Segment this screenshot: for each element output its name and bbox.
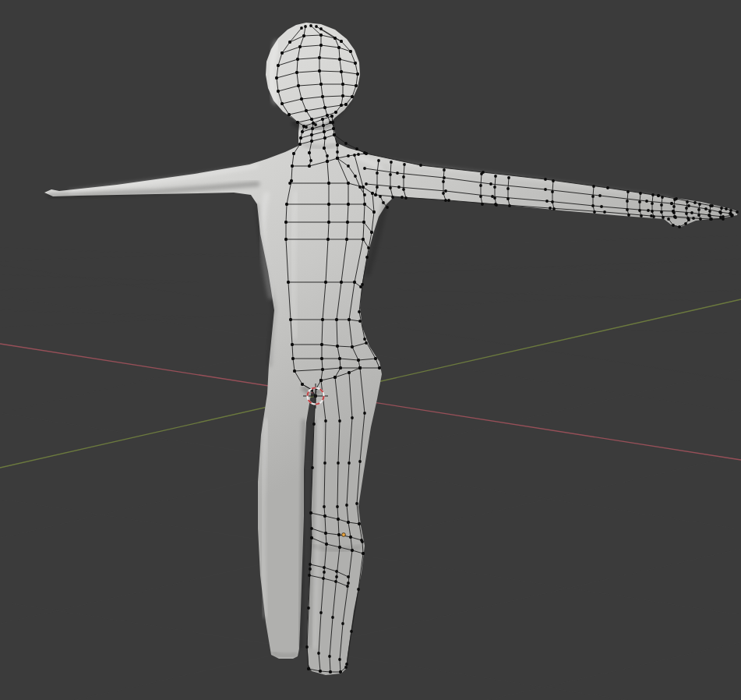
- mesh-vertex[interactable]: [400, 196, 404, 199]
- mesh-vertex[interactable]: [304, 25, 307, 28]
- mesh-vertex[interactable]: [341, 622, 344, 625]
- mesh-vertex[interactable]: [323, 461, 326, 465]
- mesh-vertex[interactable]: [321, 118, 324, 121]
- mesh-vertex[interactable]: [347, 582, 350, 585]
- mesh-vertex[interactable]: [598, 194, 602, 197]
- mesh-vertex[interactable]: [325, 543, 328, 546]
- mesh-vertex[interactable]: [309, 511, 312, 514]
- mesh-vertex[interactable]: [288, 41, 291, 44]
- mesh-vertex[interactable]: [719, 216, 722, 219]
- mesh-vertex[interactable]: [324, 419, 327, 422]
- mesh-vertex[interactable]: [336, 505, 339, 508]
- mesh-vertex[interactable]: [690, 211, 693, 214]
- viewport-3d[interactable]: [0, 0, 741, 700]
- mesh-vertex[interactable]: [493, 196, 496, 200]
- mesh-vertex[interactable]: [670, 202, 673, 205]
- mesh-vertex[interactable]: [402, 188, 405, 191]
- mesh-vertex[interactable]: [339, 670, 342, 673]
- mesh-vertex[interactable]: [326, 154, 329, 157]
- mesh-vertex[interactable]: [370, 231, 373, 234]
- mesh-vertex[interactable]: [334, 580, 337, 583]
- mesh-vertex[interactable]: [660, 203, 663, 207]
- mesh-vertex[interactable]: [736, 210, 739, 214]
- mesh-vertex[interactable]: [627, 214, 630, 217]
- mesh-vertex[interactable]: [323, 130, 326, 133]
- mesh-vertex[interactable]: [295, 71, 298, 74]
- mesh-vertex[interactable]: [674, 216, 677, 219]
- mesh-vertex[interactable]: [374, 357, 377, 360]
- mesh-vertex[interactable]: [593, 210, 596, 214]
- mesh-vertex[interactable]: [298, 143, 302, 146]
- mesh-vertex[interactable]: [345, 663, 348, 666]
- mesh-vertex[interactable]: [291, 164, 294, 168]
- mesh-vertex[interactable]: [315, 25, 318, 28]
- mesh-vertex[interactable]: [317, 652, 320, 655]
- mesh-vertex[interactable]: [338, 658, 341, 661]
- mesh-vertex[interactable]: [336, 150, 339, 154]
- mesh-vertex[interactable]: [309, 563, 312, 566]
- mesh-vertex[interactable]: [544, 178, 547, 181]
- mesh-vertex[interactable]: [544, 188, 547, 191]
- mesh-vertex[interactable]: [320, 343, 323, 346]
- mesh-vertex[interactable]: [358, 460, 362, 463]
- mesh-vertex[interactable]: [346, 585, 349, 588]
- mesh-vertex[interactable]: [672, 211, 676, 214]
- mesh-vertex[interactable]: [357, 359, 360, 362]
- mesh-vertex[interactable]: [358, 366, 362, 369]
- mesh-vertex[interactable]: [363, 193, 366, 196]
- mesh-vertex[interactable]: [287, 281, 290, 284]
- mesh-vertex[interactable]: [339, 366, 342, 369]
- mesh-vertex[interactable]: [351, 345, 354, 348]
- mesh-vertex[interactable]: [323, 505, 326, 508]
- mesh-vertex[interactable]: [318, 69, 321, 72]
- mesh-vertex[interactable]: [365, 152, 368, 155]
- mesh-vertex[interactable]: [391, 196, 394, 199]
- mesh-vertex[interactable]: [699, 217, 702, 221]
- mesh-vertex[interactable]: [338, 357, 341, 360]
- mesh-vertex[interactable]: [357, 153, 360, 156]
- mesh-vertex[interactable]: [626, 200, 629, 203]
- mesh-vertex[interactable]: [442, 180, 445, 183]
- mesh-vertex[interactable]: [288, 113, 291, 116]
- mesh-vertex[interactable]: [684, 222, 687, 225]
- mesh-vertex[interactable]: [319, 83, 323, 86]
- mesh-vertex[interactable]: [334, 111, 337, 114]
- mesh-vertex[interactable]: [322, 577, 325, 580]
- mesh-vertex[interactable]: [365, 256, 369, 259]
- mesh-vertex[interactable]: [591, 195, 595, 198]
- mesh-vertex[interactable]: [350, 630, 353, 633]
- mesh-vertex[interactable]: [347, 521, 350, 524]
- mesh-vertex[interactable]: [363, 338, 366, 341]
- mesh-vertex[interactable]: [725, 207, 728, 210]
- mesh-vertex[interactable]: [338, 419, 341, 422]
- mesh-vertex[interactable]: [341, 83, 344, 86]
- mesh-vertex[interactable]: [358, 186, 362, 189]
- mesh-vertex[interactable]: [379, 195, 382, 198]
- mesh-vertex[interactable]: [331, 121, 334, 124]
- mesh-vertex[interactable]: [336, 157, 339, 160]
- mesh-vertex[interactable]: [552, 207, 556, 210]
- mesh-vertex[interactable]: [341, 94, 344, 97]
- mesh-vertex[interactable]: [338, 546, 341, 549]
- mesh-vertex[interactable]: [626, 190, 630, 193]
- mesh-vertex[interactable]: [704, 207, 707, 210]
- mesh-vertex[interactable]: [362, 238, 365, 241]
- mesh-vertex[interactable]: [376, 186, 379, 189]
- mesh-vertex[interactable]: [640, 214, 643, 217]
- mesh-vertex[interactable]: [363, 412, 366, 415]
- mesh-vertex[interactable]: [275, 76, 278, 80]
- mesh-vertex[interactable]: [348, 318, 351, 321]
- mesh-vertex[interactable]: [481, 203, 484, 206]
- mesh-vertex[interactable]: [365, 182, 368, 186]
- mesh-vertex[interactable]: [327, 182, 330, 185]
- mesh-vertex[interactable]: [337, 518, 340, 521]
- mesh-vertex[interactable]: [600, 205, 603, 208]
- mesh-vertex[interactable]: [330, 115, 333, 118]
- mesh-vertex[interactable]: [307, 667, 310, 670]
- mesh-vertex[interactable]: [730, 214, 733, 217]
- mesh-vertex[interactable]: [344, 666, 348, 669]
- mesh-vertex[interactable]: [367, 246, 370, 249]
- mesh-vertex[interactable]: [360, 539, 363, 542]
- mesh-vertex[interactable]: [404, 196, 408, 200]
- mesh-vertex[interactable]: [376, 171, 379, 175]
